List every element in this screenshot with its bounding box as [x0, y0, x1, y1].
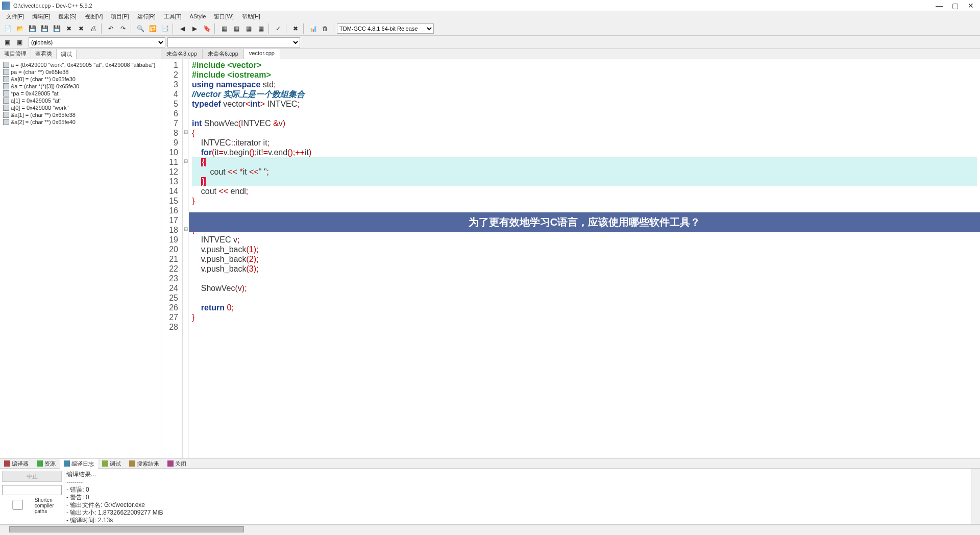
save-icon[interactable]: 💾 — [27, 23, 38, 34]
code-editor[interactable]: 1234567891011121314151617181920212223242… — [161, 59, 980, 458]
tab-icon — [129, 460, 135, 467]
maximize-button[interactable]: ▢ — [952, 2, 959, 10]
find-files-icon[interactable]: 📑 — [159, 23, 170, 34]
fold-column[interactable]: ⊟⊟⊟ — [183, 59, 189, 458]
rebuild-icon[interactable]: ▦ — [255, 23, 266, 34]
watch-item[interactable]: a[0] = 0x429000 "work" — [2, 104, 159, 111]
member-select[interactable] — [167, 37, 300, 47]
editor-tab-1[interactable]: 未命名6.cpp — [203, 49, 244, 59]
print-icon[interactable]: 🖨 — [88, 23, 99, 34]
debug-watch-tree[interactable]: a = {0x429000 "work", 0x429005 "at", 0x4… — [0, 59, 161, 458]
var-icon — [3, 98, 9, 104]
bottom-tab-编译器[interactable]: 编译器 — [0, 459, 33, 469]
menu-bar: 文件[F]编辑[E]搜索[S]视图[V]项目[P]运行[R]工具[T]AStyl… — [0, 11, 980, 21]
window-title: G:\c\vector.cpp - Dev-C++ 5.9.2 — [13, 3, 936, 9]
watch-item[interactable]: &a = (char *(*)[3]) 0x65fe30 — [2, 83, 159, 90]
redo-icon[interactable]: ↷ — [117, 23, 129, 34]
compile-run-icon[interactable]: ▦ — [243, 23, 254, 34]
watch-item[interactable]: &a[0] = (char **) 0x65fe30 — [2, 76, 159, 83]
debug-icon[interactable]: ✓ — [273, 23, 284, 34]
var-icon — [3, 119, 9, 125]
menu-编辑[E][interactable]: 编辑[E] — [28, 12, 54, 21]
save-as-icon[interactable]: 💾 — [51, 23, 62, 34]
app-icon — [2, 2, 10, 10]
bottom-tab-关闭[interactable]: 关闭 — [163, 459, 190, 469]
var-icon — [3, 62, 9, 68]
var-icon — [3, 90, 9, 96]
title-bar: G:\c\vector.cpp - Dev-C++ 5.9.2 — ▢ ✕ — [0, 0, 980, 11]
menu-文件[F][interactable]: 文件[F] — [2, 12, 28, 21]
var-icon — [3, 105, 9, 111]
filter-input[interactable] — [2, 485, 62, 495]
status-bar: 行: 11 列: 6 已选择: 0 总行数: 28 长度: 384 插入 — [0, 533, 980, 535]
goto-icon[interactable]: ▣ — [2, 37, 12, 47]
run-icon[interactable]: ▦ — [231, 23, 242, 34]
tab-icon — [64, 460, 70, 467]
var-icon — [3, 83, 9, 89]
save-all-icon[interactable]: 💾 — [39, 23, 50, 34]
left-tab-0[interactable]: 项目管理 — [0, 49, 31, 59]
tab-icon — [102, 460, 108, 467]
menu-工具[T][interactable]: 工具[T] — [160, 12, 186, 21]
watch-item[interactable]: &a[1] = (char **) 0x65fe38 — [2, 111, 159, 118]
close-button[interactable]: ✕ — [968, 2, 974, 10]
find-icon[interactable]: 🔍 — [135, 23, 146, 34]
menu-帮助[H][interactable]: 帮助[H] — [238, 12, 264, 21]
scope-select[interactable]: (globals) — [29, 37, 165, 47]
bottom-tab-资源[interactable]: 资源 — [33, 459, 60, 469]
undo-icon[interactable]: ↶ — [105, 23, 116, 34]
compile-controls: 中止 Shorten compiler paths — [0, 469, 64, 524]
menu-视图[V][interactable]: 视图[V] — [81, 12, 107, 21]
forward-icon[interactable]: ▶ — [189, 23, 200, 34]
toggle-icon[interactable]: ▣ — [14, 37, 24, 47]
code-lines[interactable]: 为了更有效地学习C语言，应该使用哪些软件工具？ #include <vector… — [189, 59, 980, 458]
tab-icon — [4, 460, 10, 467]
bottom-tab-编译日志[interactable]: 编译日志 — [60, 459, 98, 469]
close-all-icon[interactable]: ✖ — [76, 23, 87, 34]
trash-icon[interactable]: 🗑 — [320, 23, 331, 34]
watch-item[interactable]: *pa = 0x429005 "at" — [2, 90, 159, 97]
output-scrollbar[interactable] — [971, 469, 980, 524]
profile-icon[interactable]: 📊 — [307, 23, 318, 34]
overlay-banner: 为了更有效地学习C语言，应该使用哪些软件工具？ — [189, 212, 980, 232]
close-file-icon[interactable]: ✖ — [63, 23, 75, 34]
watch-item[interactable]: pa = (char **) 0x65fe38 — [2, 68, 159, 76]
abort-button[interactable]: 中止 — [2, 471, 62, 482]
bottom-tab-调试[interactable]: 调试 — [98, 459, 125, 469]
tab-icon — [37, 460, 43, 467]
stop-icon[interactable]: ✖ — [290, 23, 301, 34]
editor-tab-2[interactable]: vector.cpp — [244, 49, 280, 59]
menu-运行[R][interactable]: 运行[R] — [133, 12, 160, 21]
menu-项目[P][interactable]: 项目[P] — [107, 12, 133, 21]
var-icon — [3, 112, 9, 118]
bottom-tab-搜索结果[interactable]: 搜索结果 — [125, 459, 163, 469]
left-tab-2[interactable]: 调试 — [57, 50, 77, 59]
compiler-select[interactable]: TDM-GCC 4.8.1 64-bit Release — [337, 23, 434, 34]
editor-tab-0[interactable]: 未命名3.cpp — [161, 49, 203, 59]
main-toolbar: 📄 📂 💾 💾 💾 ✖ ✖ 🖨 ↶ ↷ 🔍 🔁 📑 ◀ ▶ 🔖 ▦ ▦ ▦ ▦ … — [0, 21, 980, 36]
left-panel: 项目管理查看类调试 a = {0x429000 "work", 0x429005… — [0, 49, 161, 458]
bookmark-icon[interactable]: 🔖 — [201, 23, 212, 34]
var-icon — [3, 69, 9, 75]
tab-icon — [167, 460, 174, 467]
new-file-icon[interactable]: 📄 — [2, 23, 13, 34]
line-gutter: 1234567891011121314151617181920212223242… — [161, 59, 183, 458]
menu-AStyle[interactable]: AStyle — [186, 12, 210, 20]
watch-item[interactable]: a = {0x429000 "work", 0x429005 "at", 0x4… — [2, 61, 159, 68]
left-tabs: 项目管理查看类调试 — [0, 49, 161, 59]
compile-log[interactable]: 编译结果...--------- 错误: 0- 警告: 0- 输出文件名: G:… — [64, 469, 971, 524]
bottom-tabs: 编译器资源编译日志调试搜索结果关闭 — [0, 458, 980, 469]
menu-搜索[S][interactable]: 搜索[S] — [54, 12, 80, 21]
left-tab-1[interactable]: 查看类 — [31, 49, 57, 59]
replace-icon[interactable]: 🔁 — [147, 23, 158, 34]
menu-窗口[W][interactable]: 窗口[W] — [210, 12, 238, 21]
open-icon[interactable]: 📂 — [14, 23, 26, 34]
watch-item[interactable]: &a[2] = (char **) 0x65fe40 — [2, 118, 159, 126]
compile-icon[interactable]: ▦ — [218, 23, 230, 34]
editor-tabs: 未命名3.cpp未命名6.cppvector.cpp — [161, 49, 980, 59]
watch-item[interactable]: a[1] = 0x429005 "at" — [2, 97, 159, 104]
minimize-button[interactable]: — — [936, 2, 943, 10]
output-hscrollbar[interactable] — [0, 525, 980, 533]
back-icon[interactable]: ◀ — [177, 23, 188, 34]
shorten-paths-checkbox[interactable]: Shorten compiler paths — [2, 497, 62, 514]
